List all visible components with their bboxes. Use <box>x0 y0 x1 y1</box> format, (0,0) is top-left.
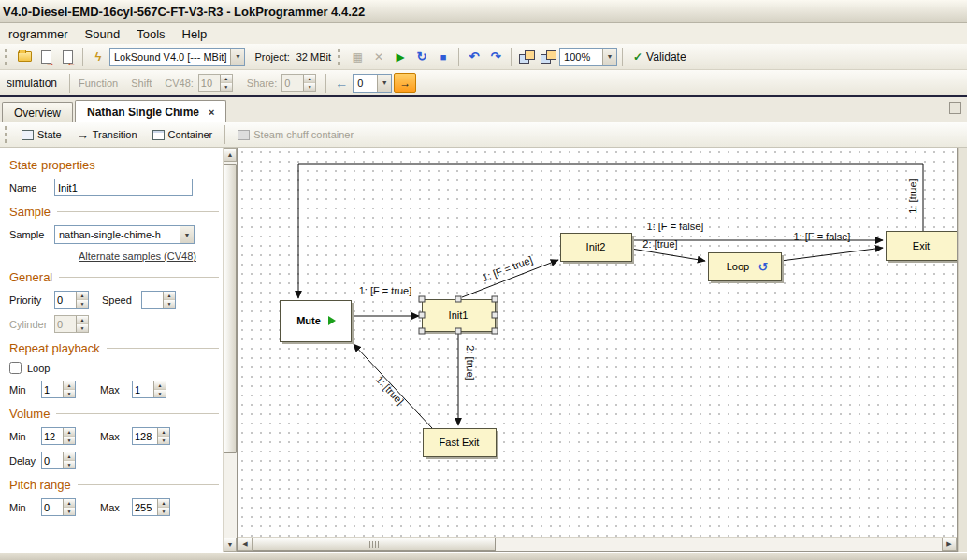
selection-handle[interactable] <box>492 312 498 318</box>
validate-button[interactable]: ✓ Validate <box>628 47 692 67</box>
repeat-max-value[interactable] <box>133 381 153 397</box>
delete-icon: ✕ <box>368 47 389 67</box>
pitch-max-value[interactable] <box>133 499 157 515</box>
scroll-up-icon[interactable]: ▲ <box>224 148 237 162</box>
redo-icon[interactable]: ↷ <box>485 47 506 67</box>
toolbar-grip[interactable] <box>5 49 10 65</box>
step-back-icon[interactable]: ← <box>332 76 351 91</box>
selection-handle[interactable] <box>455 296 461 302</box>
pitch-min-stepper[interactable]: ▲▼ <box>41 498 76 516</box>
spin-down-icon[interactable]: ▼ <box>64 461 75 468</box>
chevron-down-icon[interactable]: ▼ <box>602 49 616 65</box>
repeat-max-stepper[interactable]: ▲▼ <box>132 381 166 398</box>
scroll-left-icon[interactable]: ◀ <box>238 538 253 551</box>
pitch-max-stepper[interactable]: ▲▼ <box>132 498 170 516</box>
spin-up-icon[interactable]: ▲ <box>158 428 169 437</box>
selection-handle[interactable] <box>492 328 498 334</box>
spin-up-icon[interactable]: ▲ <box>64 452 75 461</box>
spin-down-icon[interactable]: ▼ <box>164 300 175 308</box>
tab-scroll-button[interactable] <box>949 102 961 114</box>
tab-overview[interactable]: Overview <box>2 102 73 122</box>
sample-select[interactable]: nathan-single-chime-h ▼ <box>54 225 195 244</box>
undo-icon[interactable]: ↶ <box>464 47 484 67</box>
transition-line[interactable] <box>781 248 883 261</box>
spin-down-icon[interactable]: ▼ <box>158 437 169 444</box>
scroll-down-icon[interactable]: ▼ <box>224 538 237 552</box>
alternate-samples-link[interactable]: Alternate samples (CV48) <box>79 251 196 262</box>
spin-up-icon[interactable]: ▲ <box>64 499 75 508</box>
volume-max-value[interactable] <box>133 428 157 444</box>
priority-value[interactable] <box>55 292 76 308</box>
properties-scrollbar[interactable]: ▲ ▼ <box>223 148 237 552</box>
close-tab-icon[interactable]: × <box>209 107 214 118</box>
repeat-min-stepper[interactable]: ▲▼ <box>41 381 76 398</box>
add-transition-button[interactable]: → Transition <box>70 125 144 145</box>
arrange-windows-icon[interactable] <box>516 47 537 67</box>
scroll-right-icon[interactable]: ▶ <box>942 538 957 551</box>
open-project-icon[interactable] <box>14 47 35 67</box>
zoom-select[interactable]: 100% ▼ <box>559 48 617 66</box>
selection-handle[interactable] <box>419 328 425 334</box>
menu-sound[interactable]: Sound <box>77 25 129 43</box>
canvas-hscrollbar[interactable]: ◀ ▶ <box>238 537 957 551</box>
spin-down-icon[interactable]: ▼ <box>64 437 75 444</box>
delay-value[interactable] <box>42 452 63 468</box>
connection-icon[interactable]: ϟ <box>88 47 108 67</box>
spin-up-icon[interactable]: ▲ <box>154 381 166 390</box>
spin-up-icon[interactable]: ▲ <box>158 499 169 508</box>
delay-stepper[interactable]: ▲▼ <box>41 452 76 469</box>
repeat-min-value[interactable] <box>42 381 63 397</box>
volume-min-value[interactable] <box>42 428 63 444</box>
speed-value[interactable] <box>142 292 163 308</box>
selection-handle[interactable] <box>492 296 498 302</box>
loop-checkbox[interactable] <box>9 362 22 374</box>
step-forward-button[interactable]: → <box>394 73 416 93</box>
name-field[interactable] <box>54 179 193 196</box>
diagram-canvas[interactable]: 1: [true]1: [F = true]1: [F = true]1: [F… <box>238 148 957 537</box>
spin-up-icon[interactable]: ▲ <box>164 292 175 300</box>
device-select[interactable]: LokSound V4.0 [--- MBit] ▼ <box>109 48 245 66</box>
toolbar-grip[interactable] <box>5 126 10 143</box>
selection-handle[interactable] <box>419 296 425 302</box>
tab-nathan-single-chime[interactable]: Nathan Single Chime × <box>75 100 226 122</box>
volume-max-stepper[interactable]: ▲▼ <box>132 427 170 445</box>
chevron-down-icon[interactable]: ▼ <box>377 75 391 92</box>
pitch-min-value[interactable] <box>42 499 63 515</box>
priority-stepper[interactable]: ▲▼ <box>54 291 89 309</box>
scrollbar-thumb[interactable] <box>253 538 496 551</box>
loop-play-icon[interactable]: ↻ <box>411 47 432 67</box>
toolbar-grip[interactable] <box>338 49 343 65</box>
spin-up-icon[interactable]: ▲ <box>64 428 75 437</box>
spin-down-icon[interactable]: ▼ <box>158 508 169 515</box>
scrollbar-thumb[interactable] <box>224 164 237 453</box>
selection-handle[interactable] <box>455 328 461 334</box>
add-state-button[interactable]: State <box>15 125 68 145</box>
delay-label: Delay <box>9 455 41 467</box>
stop-icon[interactable]: ■ <box>433 47 454 67</box>
play-sound-icon[interactable]: ▶ <box>390 47 411 67</box>
chevron-down-icon[interactable]: ▼ <box>230 49 244 65</box>
transition-line[interactable] <box>631 249 705 261</box>
menu-tools[interactable]: Tools <box>128 25 173 43</box>
spin-down-icon[interactable]: ▼ <box>154 390 166 397</box>
read-decoder-icon[interactable]: → <box>36 47 56 67</box>
selection-handle[interactable] <box>419 312 425 318</box>
chevron-down-icon[interactable]: ▼ <box>180 226 194 243</box>
simulation-label: simulation <box>3 77 60 90</box>
steam-chuff-icon <box>238 130 250 140</box>
function-label: Function <box>76 78 121 89</box>
spin-up-icon[interactable]: ▲ <box>77 292 88 300</box>
volume-min-stepper[interactable]: ▲▼ <box>41 427 76 445</box>
spin-down-icon[interactable]: ▼ <box>64 390 75 397</box>
spin-down-icon[interactable]: ▼ <box>64 508 75 515</box>
write-decoder-icon[interactable]: ← <box>57 47 78 67</box>
menu-programmer[interactable]: rogrammer <box>0 25 77 43</box>
spin-down-icon[interactable]: ▼ <box>77 300 88 308</box>
spin-up-icon: ▲ <box>304 75 315 83</box>
speed-stepper[interactable]: ▲▼ <box>141 291 176 309</box>
step-select[interactable]: 0 ▼ <box>353 74 392 93</box>
spin-up-icon[interactable]: ▲ <box>64 381 75 390</box>
add-container-button[interactable]: Container <box>146 125 220 145</box>
new-window-icon[interactable] <box>538 47 558 67</box>
menu-help[interactable]: Help <box>174 25 216 43</box>
